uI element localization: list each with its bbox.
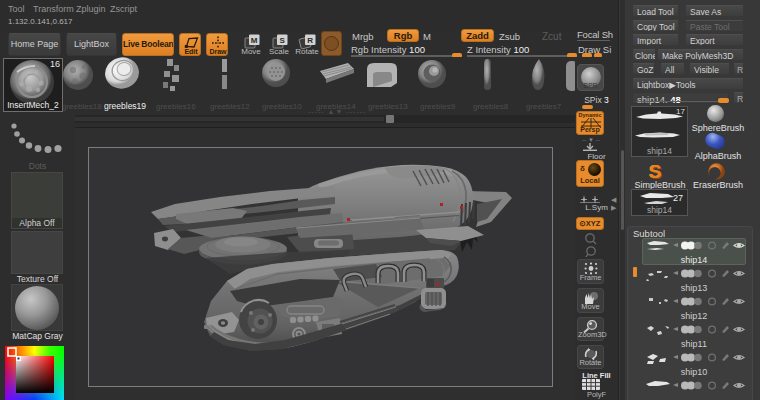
svg-text:M: M — [251, 36, 258, 45]
svg-text:Move: Move — [241, 47, 261, 56]
svg-text:R: R — [307, 36, 313, 45]
svg-text:Rotate: Rotate — [295, 47, 319, 56]
svg-text:Scale: Scale — [269, 47, 290, 56]
svg-text:S: S — [280, 36, 286, 45]
